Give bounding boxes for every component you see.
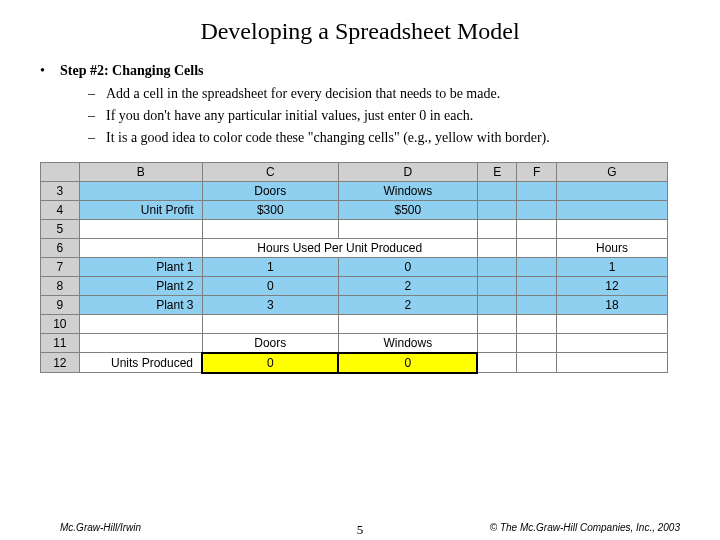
cell <box>477 276 517 295</box>
cell <box>477 219 517 238</box>
sub-item-a: – Add a cell in the spreadsheet for ever… <box>88 85 680 104</box>
cell-label: Units Produced <box>79 353 202 373</box>
cell: Windows <box>338 181 477 200</box>
table-row: 9 Plant 3 3 2 18 <box>41 295 668 314</box>
table-row: 10 <box>41 314 668 333</box>
cell-span-label: Hours Used Per Unit Produced <box>202 238 477 257</box>
page-title: Developing a Spreadsheet Model <box>0 18 720 45</box>
row-header: 8 <box>41 276 80 295</box>
cell: 2 <box>338 295 477 314</box>
cell: $500 <box>338 200 477 219</box>
row-header: 6 <box>41 238 80 257</box>
sub-text: Add a cell in the spreadsheet for every … <box>106 85 500 104</box>
cell: 1 <box>202 257 338 276</box>
col-header-G: G <box>556 162 667 181</box>
cell <box>202 314 338 333</box>
content-block: • Step #2: Changing Cells – Add a cell i… <box>40 63 680 148</box>
dash-icon: – <box>88 107 106 126</box>
table-row: 6 Hours Used Per Unit Produced Hours <box>41 238 668 257</box>
cell <box>517 314 557 333</box>
step-heading: • Step #2: Changing Cells <box>40 63 680 79</box>
cell <box>556 219 667 238</box>
table-row: 4 Unit Profit $300 $500 <box>41 200 668 219</box>
col-header-F: F <box>517 162 557 181</box>
cell <box>79 333 202 353</box>
cell <box>202 219 338 238</box>
col-header-D: D <box>338 162 477 181</box>
cell: Windows <box>338 333 477 353</box>
cell: $300 <box>202 200 338 219</box>
sub-item-b: – If you don't have any particular initi… <box>88 107 680 126</box>
cell <box>556 333 667 353</box>
cell <box>477 333 517 353</box>
cell-label: Plant 1 <box>79 257 202 276</box>
cell: Hours <box>556 238 667 257</box>
cell <box>477 238 517 257</box>
cell: 0 <box>338 257 477 276</box>
cell <box>517 219 557 238</box>
dash-icon: – <box>88 129 106 148</box>
sub-list: – Add a cell in the spreadsheet for ever… <box>88 85 680 148</box>
row-header: 7 <box>41 257 80 276</box>
cell: 0 <box>202 276 338 295</box>
sub-text: If you don't have any particular initial… <box>106 107 473 126</box>
bullet-icon: • <box>40 63 60 79</box>
cell <box>477 353 517 373</box>
cell-label: Unit Profit <box>79 200 202 219</box>
cell: 18 <box>556 295 667 314</box>
cell-label: Plant 3 <box>79 295 202 314</box>
cell <box>517 257 557 276</box>
sub-text: It is a good idea to color code these "c… <box>106 129 550 148</box>
cell: Doors <box>202 181 338 200</box>
cell <box>556 200 667 219</box>
row-header: 11 <box>41 333 80 353</box>
cell: Doors <box>202 333 338 353</box>
spreadsheet-table: B C D E F G 3 Doors Windows 4 Unit Profi… <box>40 162 668 374</box>
cell <box>517 238 557 257</box>
row-header: 9 <box>41 295 80 314</box>
cell: 1 <box>556 257 667 276</box>
row-header: 12 <box>41 353 80 373</box>
cell <box>477 181 517 200</box>
cell <box>338 314 477 333</box>
cell <box>79 181 202 200</box>
cell <box>477 257 517 276</box>
changing-cell: 0 <box>202 353 338 373</box>
corner-cell <box>41 162 80 181</box>
cell <box>517 333 557 353</box>
row-header: 5 <box>41 219 80 238</box>
cell <box>79 219 202 238</box>
cell <box>338 219 477 238</box>
cell <box>477 314 517 333</box>
sub-item-c: – It is a good idea to color code these … <box>88 129 680 148</box>
col-header-E: E <box>477 162 517 181</box>
table-row: 5 <box>41 219 668 238</box>
spreadsheet: B C D E F G 3 Doors Windows 4 Unit Profi… <box>40 162 680 374</box>
col-header-C: C <box>202 162 338 181</box>
step-label: Step #2: Changing Cells <box>60 63 204 79</box>
dash-icon: – <box>88 85 106 104</box>
cell <box>79 314 202 333</box>
table-row: 7 Plant 1 1 0 1 <box>41 257 668 276</box>
row-header: 4 <box>41 200 80 219</box>
cell: 2 <box>338 276 477 295</box>
table-row: 8 Plant 2 0 2 12 <box>41 276 668 295</box>
cell <box>79 238 202 257</box>
cell <box>517 353 557 373</box>
cell <box>517 276 557 295</box>
row-header: 3 <box>41 181 80 200</box>
table-row: 3 Doors Windows <box>41 181 668 200</box>
changing-cell: 0 <box>338 353 477 373</box>
cell: 12 <box>556 276 667 295</box>
cell <box>517 181 557 200</box>
cell <box>556 181 667 200</box>
cell <box>517 295 557 314</box>
cell-label: Plant 2 <box>79 276 202 295</box>
table-row: 11 Doors Windows <box>41 333 668 353</box>
table-row: 12 Units Produced 0 0 <box>41 353 668 373</box>
cell <box>477 295 517 314</box>
footer-copyright: © The Mc.Graw-Hill Companies, Inc., 2003 <box>490 522 680 533</box>
cell: 3 <box>202 295 338 314</box>
col-header-row: B C D E F G <box>41 162 668 181</box>
cell <box>556 353 667 373</box>
